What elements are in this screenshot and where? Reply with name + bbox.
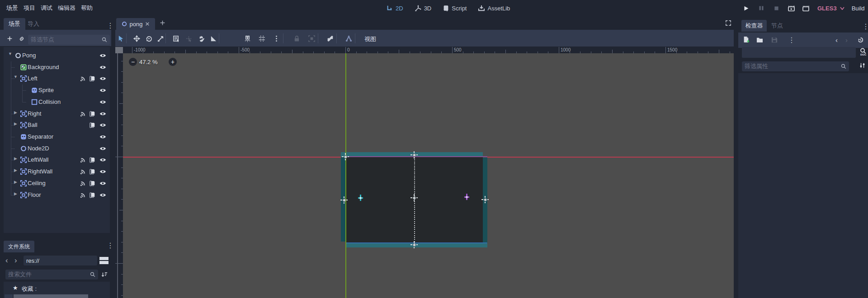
- signal-icon[interactable]: [80, 181, 86, 186]
- lock-object-button[interactable]: [293, 35, 300, 42]
- view-menu-button[interactable]: 视图: [364, 35, 376, 43]
- expand-arrow-icon[interactable]: ▶: [14, 168, 17, 172]
- tree-row-rightwall[interactable]: ▶RightWall: [4, 166, 110, 177]
- signal-icon[interactable]: [80, 76, 86, 82]
- zoom-in-button[interactable]: +: [169, 58, 177, 66]
- signal-icon[interactable]: [80, 192, 86, 198]
- open-docs-icon[interactable]: DOC: [859, 48, 867, 56]
- move-tool[interactable]: [133, 35, 140, 42]
- signal-icon[interactable]: [80, 169, 86, 175]
- menu-3[interactable]: 编辑器: [55, 0, 78, 16]
- eye-icon[interactable]: [99, 157, 106, 163]
- collapse-arrow-icon[interactable]: ▼: [8, 51, 12, 56]
- tree-row-ball[interactable]: ▶Ball: [4, 119, 110, 131]
- tree-row-node2d[interactable]: Node2D: [4, 143, 110, 154]
- tree-row-floor[interactable]: ▶Floor: [4, 189, 110, 201]
- add-node-button[interactable]: [7, 36, 13, 42]
- expand-arrow-icon[interactable]: ▶: [14, 110, 17, 115]
- smart-snap-toggle[interactable]: [244, 35, 251, 42]
- nav-forward-icon[interactable]: ›: [14, 256, 17, 265]
- eye-icon[interactable]: [99, 181, 106, 186]
- workspace-assetlib[interactable]: AssetLib: [478, 5, 510, 12]
- signal-icon[interactable]: [80, 157, 86, 163]
- tab-import[interactable]: 导入: [24, 18, 43, 30]
- tree-row-sprite[interactable]: Sprite: [4, 84, 110, 96]
- instance-scene-button[interactable]: [19, 36, 25, 42]
- pan-tool[interactable]: [198, 35, 205, 42]
- ik-chain-button[interactable]: [345, 35, 352, 42]
- path-field[interactable]: res://: [24, 256, 97, 265]
- group-object-button[interactable]: [308, 35, 315, 42]
- expand-arrow-icon[interactable]: ▶: [14, 156, 17, 161]
- tree-row-left[interactable]: ▼Left: [4, 73, 110, 84]
- tree-row-collision[interactable]: Collision: [4, 96, 110, 108]
- tab-inspector[interactable]: 检查器: [741, 20, 767, 32]
- rotate-tool[interactable]: [146, 35, 152, 42]
- expand-arrow-icon[interactable]: ▶: [14, 191, 17, 196]
- history-forward-icon[interactable]: ›: [845, 36, 848, 44]
- build-button[interactable]: Build: [852, 5, 865, 12]
- script-icon[interactable]: [90, 192, 95, 198]
- inspector-dock-menu-icon[interactable]: ⋮: [862, 23, 868, 30]
- script-icon[interactable]: [90, 122, 95, 128]
- filter-nodes-input[interactable]: 筛选节点: [28, 35, 110, 45]
- split-mode-icon[interactable]: [99, 256, 109, 265]
- tree-row-background[interactable]: Background: [4, 61, 110, 73]
- new-resource-icon[interactable]: [743, 36, 749, 43]
- pause-button[interactable]: [759, 5, 764, 11]
- canvas[interactable]: [123, 53, 734, 298]
- eye-icon[interactable]: [99, 99, 106, 105]
- tree-row-separator[interactable]: Separator: [4, 131, 110, 143]
- tab-node[interactable]: 节点: [768, 20, 787, 32]
- scene-tab-pong[interactable]: pong: [116, 18, 155, 30]
- select-tool[interactable]: [118, 35, 124, 42]
- eye-icon[interactable]: [99, 88, 106, 93]
- ruler-tool[interactable]: [210, 35, 217, 42]
- eye-icon[interactable]: [99, 111, 106, 116]
- stop-button[interactable]: [774, 6, 779, 11]
- expand-arrow-icon[interactable]: ▶: [14, 121, 17, 126]
- scene-dock-menu-icon[interactable]: ⋮: [107, 23, 114, 29]
- menu-1[interactable]: 项目: [21, 0, 38, 16]
- collapse-arrow-icon[interactable]: ▼: [14, 74, 18, 79]
- distraction-free-icon[interactable]: [726, 20, 731, 26]
- sort-files-icon[interactable]: [101, 271, 108, 278]
- snap-options-menu[interactable]: [273, 35, 280, 42]
- expand-arrow-icon[interactable]: ▶: [14, 180, 17, 184]
- list-select-tool[interactable]: [173, 35, 180, 42]
- menu-2[interactable]: 调试: [38, 0, 55, 16]
- new-scene-tab-button[interactable]: [160, 20, 165, 26]
- tree-row-leftwall[interactable]: ▶LeftWall: [4, 154, 110, 166]
- eye-icon[interactable]: [99, 169, 106, 174]
- eye-icon[interactable]: [99, 192, 106, 198]
- eye-icon[interactable]: [99, 122, 106, 128]
- play-scene-button[interactable]: [788, 5, 795, 11]
- workspace-script[interactable]: Script: [443, 5, 467, 12]
- script-icon[interactable]: [90, 76, 95, 82]
- renderer-dropdown[interactable]: GLES3: [817, 5, 844, 12]
- eye-icon[interactable]: [99, 53, 106, 58]
- menu-0[interactable]: 场景: [4, 0, 21, 16]
- play-custom-scene-button[interactable]: [802, 5, 809, 11]
- object-history-icon[interactable]: [857, 37, 864, 43]
- grid-snap-toggle[interactable]: [259, 35, 265, 42]
- eye-icon[interactable]: [99, 146, 106, 151]
- vertical-scrollbar[interactable]: [117, 53, 118, 298]
- load-resource-icon[interactable]: [756, 37, 763, 43]
- play-button[interactable]: [743, 5, 749, 11]
- workspace-2d[interactable]: 2D: [387, 5, 403, 12]
- eye-icon[interactable]: [99, 65, 106, 70]
- scale-tool[interactable]: [157, 35, 164, 42]
- script-icon[interactable]: [90, 169, 95, 175]
- search-files-input[interactable]: 搜索文件: [5, 270, 98, 279]
- resource-menu-icon[interactable]: ⋮: [788, 37, 795, 43]
- tab-scene[interactable]: 场景: [4, 18, 25, 30]
- tree-row-right[interactable]: ▶Right: [4, 108, 110, 120]
- filter-properties-input[interactable]: 筛选属性: [742, 61, 849, 71]
- save-resource-icon[interactable]: [771, 37, 778, 43]
- workspace-3d[interactable]: 3D: [415, 5, 432, 12]
- zoom-label[interactable]: 47.2 %: [139, 59, 157, 65]
- script-icon[interactable]: [90, 111, 95, 117]
- close-icon[interactable]: [145, 22, 150, 26]
- history-back-icon[interactable]: ‹: [835, 36, 838, 44]
